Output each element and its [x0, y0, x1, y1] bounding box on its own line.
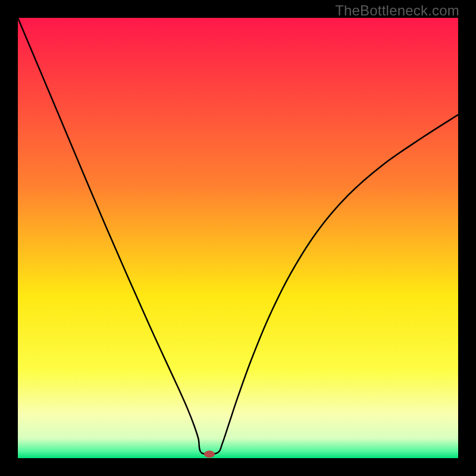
gradient-background — [18, 18, 458, 458]
watermark-text: TheBottleneck.com — [335, 2, 459, 19]
chart-frame: TheBottleneck.com — [0, 0, 476, 476]
chart-svg — [18, 18, 458, 458]
minimum-marker — [204, 450, 215, 458]
plot-area — [18, 18, 458, 458]
